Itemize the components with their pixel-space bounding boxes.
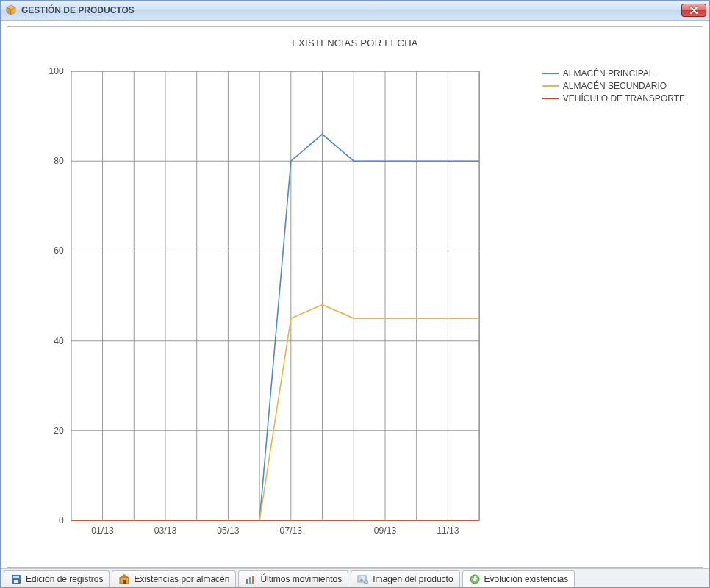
tab-label: Evolución existencias [484,574,569,584]
tab-imagen-producto[interactable]: Imagen del producto [351,570,459,587]
window-title: GESTIÓN DE PRODUCTOS [21,5,681,15]
chart-title: EXISTENCIAS POR FECHA [7,27,703,49]
chart-down-icon [469,573,481,585]
bottom-tabbar: Edición de registros Existencias por alm… [1,568,709,587]
tab-label: Existencias por almacén [134,574,229,584]
svg-text:0: 0 [59,515,64,526]
tab-label: Imagen del producto [373,574,453,584]
svg-text:03/13: 03/13 [154,526,177,536]
svg-text:09/13: 09/13 [374,526,397,536]
svg-text:11/13: 11/13 [437,526,459,536]
tab-evolucion-existencias[interactable]: Evolución existencias [462,570,575,587]
titlebar: GESTIÓN DE PRODUCTOS [1,1,709,21]
svg-text:20: 20 [54,426,64,436]
tab-label: Edición de registros [26,574,103,584]
image-gear-icon [357,573,369,585]
svg-rect-38 [14,580,18,583]
svg-rect-35 [71,71,479,520]
app-window: GESTIÓN DE PRODUCTOS EXISTENCIAS POR FEC… [0,0,710,588]
tab-ultimos-movimientos[interactable]: Últimos movimientos [238,570,348,587]
svg-text:01/13: 01/13 [91,526,114,536]
tab-existencias-almacen[interactable]: Existencias por almacén [112,570,236,587]
svg-marker-40 [119,574,129,578]
app-icon [5,4,17,16]
svg-rect-44 [252,576,254,584]
svg-text:80: 80 [54,156,64,166]
svg-rect-41 [123,580,126,584]
svg-rect-42 [246,579,248,584]
chart-svg: 02040608010001/1303/1305/1307/1309/1311/… [25,65,695,550]
svg-text:07/13: 07/13 [280,526,303,536]
bar-chart-icon [245,573,257,585]
svg-text:05/13: 05/13 [217,526,240,536]
chart-panel: EXISTENCIAS POR FECHA ALMACÉN PRINCIPAL … [7,26,703,568]
svg-text:60: 60 [54,245,64,256]
content-area: EXISTENCIAS POR FECHA ALMACÉN PRINCIPAL … [1,21,709,568]
svg-point-49 [365,581,367,583]
tab-edicion-registros[interactable]: Edición de registros [4,570,110,587]
svg-point-46 [359,577,362,579]
svg-rect-43 [249,577,251,584]
close-button[interactable] [681,4,706,17]
svg-text:100: 100 [49,66,64,76]
chart-plot-area: 02040608010001/1303/1305/1307/1309/1311/… [25,65,695,550]
tab-label: Últimos movimientos [260,574,342,584]
svg-rect-37 [13,576,19,578]
save-disk-icon [10,573,22,585]
warehouse-icon [118,573,130,585]
svg-text:40: 40 [54,336,64,346]
